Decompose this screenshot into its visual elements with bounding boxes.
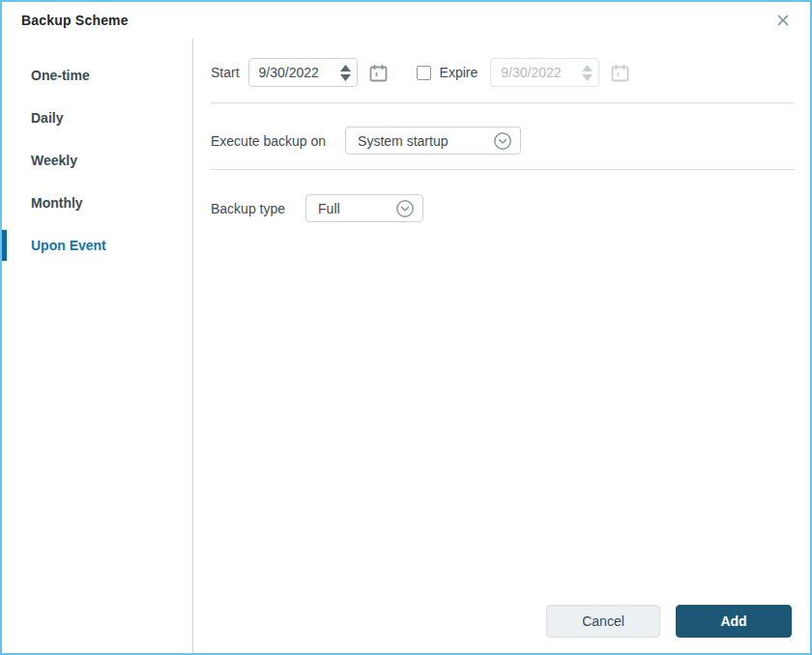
execute-backup-value: System startup [358,133,493,149]
expire-checkbox[interactable] [417,66,431,80]
separator [211,102,795,103]
footer: Cancel Add [211,605,795,638]
calendar-icon [369,64,388,82]
chevron-down-circle-icon [395,199,415,218]
start-expire-row: Start 9/30/2022 [211,58,795,87]
spacer [211,222,795,605]
backup-type-value: Full [318,201,395,216]
expire-date-value: 9/30/2022 [501,65,582,80]
backup-type-dropdown[interactable]: Full [305,194,423,222]
close-icon [776,14,790,27]
spinner-down-icon [582,74,593,81]
sidebar-item-weekly[interactable]: Weekly [2,139,192,182]
dialog-body: One-time Daily Weekly Monthly Upon Event [2,39,810,653]
spinner-up-icon[interactable] [340,65,351,71]
close-button[interactable] [771,9,795,32]
calendar-icon [611,64,629,82]
sidebar-item-label: One-time [31,68,90,83]
add-button[interactable]: Add [676,605,792,638]
start-calendar-button[interactable] [369,64,388,82]
backup-type-label: Backup type [211,201,285,216]
dialog-title: Backup Scheme [21,13,129,28]
cancel-button[interactable]: Cancel [546,605,660,638]
expire-calendar-button [611,64,629,82]
sidebar-item-label: Daily [31,110,63,126]
expire-label: Expire [440,65,478,80]
sidebar-item-monthly[interactable]: Monthly [2,182,192,224]
spinner-up-icon [582,65,593,71]
backup-type-row: Backup type Full [211,194,795,222]
start-label: Start [211,65,240,80]
sidebar-item-label: Monthly [31,195,83,211]
sidebar-item-upon-event[interactable]: Upon Event [2,224,192,267]
start-date-value: 9/30/2022 [259,65,340,80]
expire-date-spinner [582,65,593,81]
execute-backup-dropdown[interactable]: System startup [345,127,521,155]
chevron-down-circle-icon [493,131,512,151]
separator [211,169,795,170]
start-date-spinner[interactable] [340,65,351,81]
backup-scheme-dialog: Backup Scheme One-time Daily Weekly [0,0,812,655]
schedule-type-sidebar: One-time Daily Weekly Monthly Upon Event [2,39,193,653]
start-date-input[interactable]: 9/30/2022 [248,58,358,87]
execute-backup-row: Execute backup on System startup [211,127,795,155]
titlebar: Backup Scheme [2,2,810,39]
active-indicator [2,230,7,261]
expire-date-input: 9/30/2022 [490,58,599,87]
sidebar-item-label: Weekly [31,153,77,168]
execute-backup-label: Execute backup on [211,133,326,149]
sidebar-item-daily[interactable]: Daily [2,97,192,139]
sidebar-item-label: Upon Event [31,238,106,253]
main-panel: Start 9/30/2022 [193,39,810,653]
spinner-down-icon[interactable] [340,74,351,81]
sidebar-item-one-time[interactable]: One-time [2,54,192,97]
